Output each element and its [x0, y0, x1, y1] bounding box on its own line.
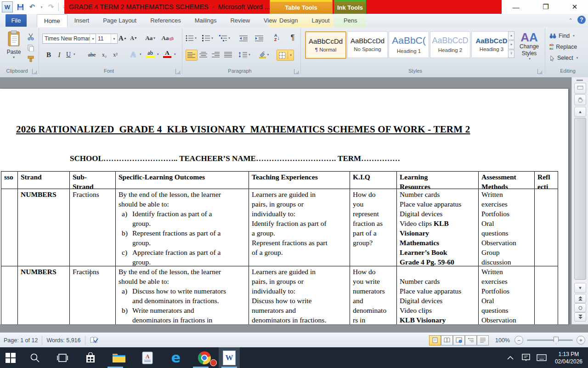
grow-font-button[interactable]: A▲	[118, 33, 128, 43]
copy-button[interactable]	[26, 43, 36, 52]
page-indicator[interactable]: Page: 1 of 12	[4, 337, 38, 344]
style-no-spacing[interactable]: AaBbCcDd No Spacing	[347, 31, 388, 58]
style-heading-2[interactable]: AaBbCcD Heading 2	[430, 31, 470, 58]
outline-view-button[interactable]	[465, 335, 477, 345]
style-heading-1[interactable]: AaBbC( Heading 1	[389, 31, 429, 58]
undo-dropdown[interactable]: ▾	[40, 2, 44, 12]
cell-assessment[interactable]: Written exercises Portfolios Oral questi…	[479, 189, 535, 266]
cell-strand[interactable]: NUMBERS	[18, 189, 70, 266]
microsoft-store-button[interactable]	[76, 347, 105, 368]
next-page-button[interactable]	[574, 312, 586, 322]
borders-button[interactable]: ▾	[277, 50, 294, 61]
col-header-teaching[interactable]: Teaching Experiences	[249, 172, 350, 189]
start-button[interactable]	[0, 347, 21, 368]
change-case-button[interactable]: Aa▾	[143, 33, 157, 43]
cell-reflection[interactable]	[535, 189, 558, 266]
save-button[interactable]	[16, 2, 25, 12]
underline-button[interactable]: U	[64, 50, 73, 60]
collapse-ribbon-icon[interactable]: ⌃	[567, 17, 574, 24]
restore-button[interactable]: ❐	[535, 0, 556, 14]
cell-substrand[interactable]: Fractions	[70, 266, 116, 324]
tab-mailings[interactable]: Mailings	[188, 14, 224, 27]
select-browse-object-button[interactable]	[574, 303, 586, 312]
superscript-button[interactable]: x²	[110, 50, 120, 60]
view-ruler-toggle[interactable]	[574, 83, 586, 94]
italic-button[interactable]: I	[55, 50, 63, 60]
tab-review[interactable]: Review	[223, 14, 257, 27]
col-header-lesson[interactable]: sso	[1, 172, 18, 189]
numbering-button[interactable]: ▾	[202, 33, 213, 43]
gallery-scroll-up[interactable]: ▲	[508, 31, 514, 40]
undo-button[interactable]: ↶	[28, 2, 37, 12]
find-button[interactable]: Find▾	[549, 30, 578, 41]
cell-outcomes[interactable]: By the end of the lesson, the learner sh…	[116, 266, 249, 324]
cell-resources[interactable]: Number cards Place value apparatus Digit…	[397, 266, 479, 324]
col-header-reflection[interactable]: Refl ecti	[535, 172, 558, 189]
file-explorer-button[interactable]	[105, 347, 133, 368]
spellcheck-icon[interactable]	[90, 337, 99, 344]
zoom-out-button[interactable]: −	[514, 336, 523, 345]
text-effects-button[interactable]: A	[128, 50, 139, 60]
tab-insert[interactable]: Insert	[68, 14, 96, 27]
select-button[interactable]: Select▾	[549, 52, 578, 63]
print-layout-view-button[interactable]	[429, 335, 441, 345]
word-count[interactable]: Words: 5,916	[46, 337, 80, 344]
align-right-button[interactable]	[210, 50, 221, 60]
paste-button[interactable]: Paste ▾	[5, 30, 23, 66]
word-taskbar-button[interactable]: W	[219, 347, 240, 368]
hidden-icons-chevron[interactable]	[503, 347, 518, 368]
line-spacing-button[interactable]: ▾	[238, 50, 251, 60]
help-icon[interactable]: ?	[577, 16, 586, 24]
task-view-button[interactable]	[49, 347, 76, 368]
cell-resources[interactable]: Number cards Place value apparatus Digit…	[397, 189, 479, 266]
highlight-dropdown-icon[interactable]: ▾	[157, 52, 159, 56]
gallery-expand[interactable]: ⊽	[508, 50, 514, 58]
align-center-button[interactable]	[198, 50, 209, 60]
clipboard-dialog-launcher[interactable]	[32, 69, 37, 74]
font-size-combo[interactable]: 11▾	[96, 34, 118, 44]
col-header-substrand[interactable]: Sub- Strand	[70, 172, 116, 189]
action-center-icon[interactable]	[518, 347, 534, 368]
bullets-button[interactable]: ▾	[186, 33, 197, 43]
cell-kiq[interactable]: How do you write numerators and denomina…	[350, 266, 397, 324]
col-header-resources[interactable]: Learning Resources	[397, 172, 479, 189]
style-heading-3[interactable]: AaBbCcD Heading 3	[471, 31, 512, 58]
format-painter-button[interactable]	[26, 54, 36, 63]
zoom-in-button[interactable]: +	[577, 336, 585, 345]
zoom-slider[interactable]	[527, 339, 573, 341]
style-normal[interactable]: AaBbCcDd ¶ Normal	[305, 31, 346, 59]
clear-formatting-button[interactable]: Aa	[161, 33, 175, 43]
tab-pens[interactable]: Pens	[337, 14, 364, 27]
vertical-scroll-thumb[interactable]	[574, 118, 586, 280]
col-header-strand[interactable]: Strand	[18, 172, 70, 189]
draft-view-button[interactable]	[477, 335, 489, 345]
justify-button[interactable]	[223, 50, 234, 60]
sort-button[interactable]: AZ↓	[271, 32, 283, 43]
multilevel-list-button[interactable]: ▾	[219, 33, 231, 43]
paragraph-dialog-launcher[interactable]	[294, 69, 299, 74]
document-page[interactable]: 2026 RATIONALIZED GRADE 4 KLB VISIONARY …	[0, 89, 568, 324]
cell-teaching[interactable]: Learners are guided in pairs, in groups …	[249, 189, 350, 266]
highlight-button[interactable]: ab	[144, 50, 156, 60]
close-button[interactable]: ✕	[564, 0, 585, 14]
font-dialog-launcher[interactable]	[175, 69, 181, 74]
pan-hand-icon[interactable]	[574, 94, 586, 105]
font-color-button[interactable]: A	[162, 50, 173, 60]
cell-teaching[interactable]: Learners are guided in pairs, in groups …	[249, 266, 350, 324]
redo-button[interactable]: ↷	[46, 2, 56, 12]
tab-layout[interactable]: Layout	[305, 14, 336, 27]
strikethrough-button[interactable]: abe	[85, 50, 98, 60]
underline-dropdown-icon[interactable]: ▾	[74, 52, 75, 56]
font-color-dropdown-icon[interactable]: ▾	[174, 52, 176, 56]
edge-button[interactable]: e	[162, 347, 190, 368]
replace-button[interactable]: abac Replace	[549, 41, 578, 52]
chrome-button[interactable]	[190, 347, 219, 368]
cell-lesson[interactable]	[1, 189, 18, 266]
increase-indent-button[interactable]	[254, 33, 265, 43]
zoom-level[interactable]: 100%	[495, 337, 510, 344]
tab-references[interactable]: References	[143, 14, 187, 27]
document-a-app-button[interactable]: A	[133, 347, 162, 368]
font-name-combo[interactable]: Times New Roman▾	[42, 34, 96, 44]
scroll-up-arrow[interactable]: ▲	[574, 107, 586, 117]
cell-kiq[interactable]: How do you represent fraction as part of…	[350, 189, 397, 266]
